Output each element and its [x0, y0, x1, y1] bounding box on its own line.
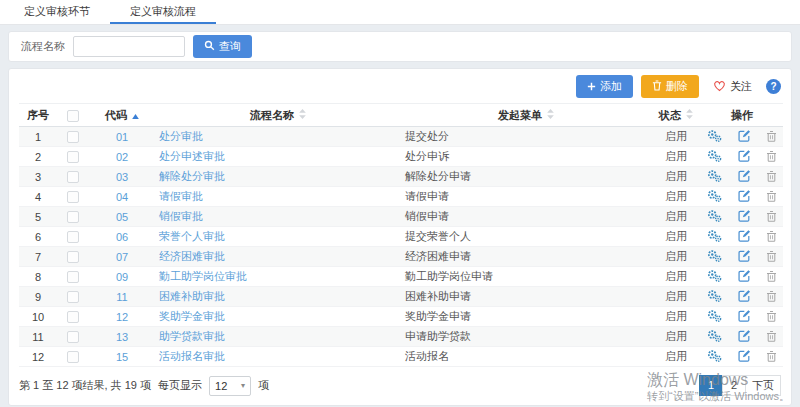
edit-icon[interactable] — [738, 329, 751, 344]
process-name-link[interactable]: 处分审批 — [159, 130, 203, 142]
add-button[interactable]: 添加 — [576, 75, 633, 98]
header-menu[interactable]: 发起菜单 — [401, 104, 651, 127]
configure-flow-icon[interactable] — [707, 269, 722, 285]
process-name-link[interactable]: 困难补助审批 — [159, 290, 225, 302]
process-name-input[interactable] — [73, 36, 185, 57]
code-link[interactable]: 01 — [116, 131, 128, 143]
delete-icon[interactable] — [766, 350, 777, 364]
row-checkbox[interactable] — [67, 131, 79, 143]
process-name-link[interactable]: 荣誉个人审批 — [159, 230, 225, 242]
process-name-link[interactable]: 销假审批 — [159, 210, 203, 222]
query-button[interactable]: 查询 — [193, 35, 252, 58]
delete-icon[interactable] — [766, 190, 777, 204]
status-cell: 启用 — [651, 247, 701, 267]
delete-icon[interactable] — [766, 330, 777, 344]
configure-flow-icon[interactable] — [707, 329, 722, 345]
row-checkbox[interactable] — [67, 331, 79, 343]
chevron-down-icon: ▾ — [241, 381, 245, 390]
follow-button[interactable]: 关注 — [707, 75, 758, 98]
process-name-link[interactable]: 勤工助学岗位审批 — [159, 270, 247, 282]
initiate-menu-cell: 提交荣誉个人 — [401, 227, 651, 247]
configure-flow-icon[interactable] — [707, 189, 722, 205]
edit-icon[interactable] — [738, 149, 751, 164]
edit-icon[interactable] — [738, 229, 751, 244]
delete-icon[interactable] — [766, 290, 777, 304]
code-link[interactable]: 06 — [116, 231, 128, 243]
select-all-checkbox[interactable] — [67, 110, 79, 122]
header-name[interactable]: 流程名称 — [155, 104, 401, 127]
per-page-suffix: 项 — [258, 378, 269, 393]
per-page-select[interactable]: 12 ▾ — [209, 376, 251, 396]
code-link[interactable]: 11 — [116, 291, 127, 303]
row-checkbox[interactable] — [67, 151, 79, 163]
code-link[interactable]: 12 — [116, 311, 128, 323]
header-code[interactable]: 代码 — [89, 104, 155, 127]
edit-icon[interactable] — [738, 209, 751, 224]
row-checkbox[interactable] — [67, 311, 79, 323]
configure-flow-icon[interactable] — [707, 169, 722, 185]
edit-icon[interactable] — [738, 249, 751, 264]
code-link[interactable]: 02 — [116, 151, 128, 163]
initiate-menu-cell: 请假申请 — [401, 187, 651, 207]
configure-flow-icon[interactable] — [707, 209, 722, 225]
process-name-link[interactable]: 请假审批 — [159, 190, 203, 202]
table-row: 8 09 勤工助学岗位审批 勤工助学岗位申请 启用 — [19, 267, 783, 287]
code-link[interactable]: 03 — [116, 171, 128, 183]
delete-icon[interactable] — [766, 230, 777, 244]
code-link[interactable]: 15 — [116, 351, 128, 363]
header-status[interactable]: 状态 — [651, 104, 701, 127]
code-link[interactable]: 13 — [116, 331, 128, 343]
help-icon[interactable]: ? — [766, 79, 781, 94]
delete-icon[interactable] — [766, 130, 777, 144]
configure-flow-icon[interactable] — [707, 309, 722, 325]
row-checkbox[interactable] — [67, 211, 79, 223]
edit-icon[interactable] — [738, 349, 751, 364]
process-name-link[interactable]: 解除处分审批 — [159, 170, 225, 182]
delete-button[interactable]: 删除 — [641, 75, 699, 98]
row-checkbox[interactable] — [67, 231, 79, 243]
configure-flow-icon[interactable] — [707, 249, 722, 265]
row-checkbox[interactable] — [67, 251, 79, 263]
next-page-button[interactable]: 下页 — [745, 375, 781, 396]
per-page-label: 每页显示 — [158, 378, 202, 393]
configure-flow-icon[interactable] — [707, 149, 722, 165]
delete-icon[interactable] — [766, 170, 777, 184]
code-link[interactable]: 04 — [116, 191, 128, 203]
delete-icon[interactable] — [766, 310, 777, 324]
process-name-link[interactable]: 处分申述审批 — [159, 150, 225, 162]
code-link[interactable]: 07 — [116, 251, 128, 263]
process-name-link[interactable]: 助学贷款审批 — [159, 330, 225, 342]
initiate-menu-cell: 经济困难申请 — [401, 247, 651, 267]
row-checkbox[interactable] — [67, 191, 79, 203]
configure-flow-icon[interactable] — [707, 349, 722, 365]
delete-icon[interactable] — [766, 270, 777, 284]
configure-flow-icon[interactable] — [707, 289, 722, 305]
edit-icon[interactable] — [738, 129, 751, 144]
table-row: 1 01 处分审批 提交处分 启用 — [19, 127, 783, 147]
code-link[interactable]: 05 — [116, 211, 128, 223]
edit-icon[interactable] — [738, 289, 751, 304]
process-name-link[interactable]: 活动报名审批 — [159, 350, 225, 362]
row-checkbox[interactable] — [67, 171, 79, 183]
tab-define-review-stage[interactable]: 定义审核环节 — [4, 0, 110, 24]
process-name-link[interactable]: 奖助学金审批 — [159, 310, 225, 322]
status-cell: 启用 — [651, 267, 701, 287]
edit-icon[interactable] — [738, 189, 751, 204]
configure-flow-icon[interactable] — [707, 129, 722, 145]
edit-icon[interactable] — [738, 169, 751, 184]
process-name-link[interactable]: 经济困难审批 — [159, 250, 225, 262]
delete-icon[interactable] — [766, 210, 777, 224]
tab-define-review-process[interactable]: 定义审核流程 — [110, 0, 216, 24]
code-link[interactable]: 09 — [116, 271, 128, 283]
page-button-1[interactable]: 1 — [699, 375, 723, 396]
page-button-2[interactable]: 2 — [722, 375, 746, 396]
delete-icon[interactable] — [766, 150, 777, 164]
row-checkbox[interactable] — [67, 271, 79, 283]
edit-icon[interactable] — [738, 309, 751, 324]
row-index: 9 — [19, 287, 57, 307]
edit-icon[interactable] — [738, 269, 751, 284]
configure-flow-icon[interactable] — [707, 229, 722, 245]
row-checkbox[interactable] — [67, 351, 79, 363]
delete-icon[interactable] — [766, 250, 777, 264]
row-checkbox[interactable] — [67, 291, 79, 303]
